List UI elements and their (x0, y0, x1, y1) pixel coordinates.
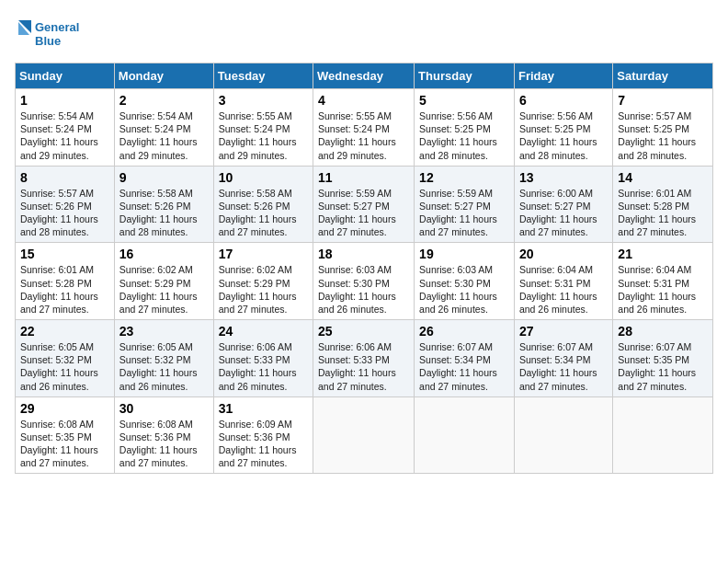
day-cell: 23Sunrise: 6:05 AM Sunset: 5:32 PM Dayli… (114, 320, 213, 397)
day-number: 28 (618, 324, 708, 339)
day-info: Sunrise: 5:56 AM Sunset: 5:25 PM Dayligh… (419, 109, 509, 162)
day-cell: 25Sunrise: 6:06 AM Sunset: 5:33 PM Dayli… (313, 320, 415, 397)
day-info: Sunrise: 6:02 AM Sunset: 5:29 PM Dayligh… (219, 263, 308, 316)
day-number: 9 (119, 170, 209, 185)
day-number: 17 (219, 247, 308, 261)
day-info: Sunrise: 6:07 AM Sunset: 5:34 PM Dayligh… (419, 340, 509, 393)
day-info: Sunrise: 6:01 AM Sunset: 5:28 PM Dayligh… (20, 263, 109, 316)
day-cell: 17Sunrise: 6:02 AM Sunset: 5:29 PM Dayli… (213, 243, 313, 320)
header-row: SundayMondayTuesdayWednesdayThursdayFrid… (16, 63, 713, 89)
day-cell: 8Sunrise: 5:57 AM Sunset: 5:26 PM Daylig… (16, 166, 115, 243)
day-info: Sunrise: 5:58 AM Sunset: 5:26 PM Dayligh… (219, 187, 308, 239)
week-row-2: 8Sunrise: 5:57 AM Sunset: 5:26 PM Daylig… (16, 166, 713, 243)
day-cell: 6Sunrise: 5:56 AM Sunset: 5:25 PM Daylig… (514, 89, 612, 167)
header-cell-sunday: Sunday (16, 63, 115, 89)
day-cell: 26Sunrise: 6:07 AM Sunset: 5:34 PM Dayli… (415, 320, 515, 397)
day-number: 11 (318, 170, 409, 185)
day-info: Sunrise: 6:01 AM Sunset: 5:28 PM Dayligh… (618, 187, 708, 239)
day-info: Sunrise: 6:07 AM Sunset: 5:35 PM Dayligh… (618, 340, 708, 393)
day-number: 26 (419, 324, 509, 339)
day-cell: 21Sunrise: 6:04 AM Sunset: 5:31 PM Dayli… (613, 243, 713, 320)
day-cell: 31Sunrise: 6:09 AM Sunset: 5:36 PM Dayli… (213, 396, 313, 474)
svg-text:Blue: Blue (35, 34, 61, 48)
day-number: 2 (119, 93, 209, 108)
day-info: Sunrise: 6:03 AM Sunset: 5:30 PM Dayligh… (318, 263, 409, 316)
day-number: 29 (20, 401, 109, 416)
week-row-4: 22Sunrise: 6:05 AM Sunset: 5:32 PM Dayli… (16, 320, 713, 397)
day-info: Sunrise: 5:59 AM Sunset: 5:27 PM Dayligh… (419, 187, 509, 239)
day-number: 5 (419, 93, 509, 108)
day-info: Sunrise: 6:02 AM Sunset: 5:29 PM Dayligh… (119, 263, 209, 316)
day-cell: 30Sunrise: 6:08 AM Sunset: 5:36 PM Dayli… (114, 396, 213, 474)
day-cell: 3Sunrise: 5:55 AM Sunset: 5:24 PM Daylig… (213, 89, 313, 167)
day-cell: 1Sunrise: 5:54 AM Sunset: 5:24 PM Daylig… (16, 89, 115, 167)
day-info: Sunrise: 6:00 AM Sunset: 5:27 PM Dayligh… (519, 187, 608, 239)
day-info: Sunrise: 5:55 AM Sunset: 5:24 PM Dayligh… (219, 109, 308, 162)
day-info: Sunrise: 5:57 AM Sunset: 5:25 PM Dayligh… (618, 109, 708, 162)
day-cell (313, 396, 415, 474)
day-info: Sunrise: 6:09 AM Sunset: 5:36 PM Dayligh… (219, 418, 308, 470)
day-cell: 12Sunrise: 5:59 AM Sunset: 5:27 PM Dayli… (415, 166, 515, 243)
day-info: Sunrise: 6:04 AM Sunset: 5:31 PM Dayligh… (519, 263, 608, 316)
day-info: Sunrise: 5:54 AM Sunset: 5:24 PM Dayligh… (119, 109, 209, 162)
day-number: 12 (419, 170, 509, 185)
day-cell: 20Sunrise: 6:04 AM Sunset: 5:31 PM Dayli… (514, 243, 612, 320)
day-number: 31 (219, 401, 308, 416)
day-cell: 27Sunrise: 6:07 AM Sunset: 5:34 PM Dayli… (514, 320, 612, 397)
week-row-3: 15Sunrise: 6:01 AM Sunset: 5:28 PM Dayli… (16, 243, 713, 320)
day-info: Sunrise: 6:07 AM Sunset: 5:34 PM Dayligh… (519, 340, 608, 393)
day-info: Sunrise: 5:54 AM Sunset: 5:24 PM Dayligh… (20, 109, 109, 162)
day-info: Sunrise: 6:03 AM Sunset: 5:30 PM Dayligh… (419, 263, 509, 316)
day-number: 15 (20, 247, 109, 261)
logo: General Blue (15, 15, 79, 55)
day-cell (415, 396, 515, 474)
day-cell: 18Sunrise: 6:03 AM Sunset: 5:30 PM Dayli… (313, 243, 415, 320)
day-info: Sunrise: 6:06 AM Sunset: 5:33 PM Dayligh… (219, 340, 308, 393)
day-number: 24 (219, 324, 308, 339)
day-number: 30 (119, 401, 209, 416)
day-number: 8 (20, 170, 109, 185)
header-cell-thursday: Thursday (415, 63, 515, 89)
day-cell: 11Sunrise: 5:59 AM Sunset: 5:27 PM Dayli… (313, 166, 415, 243)
day-cell: 5Sunrise: 5:56 AM Sunset: 5:25 PM Daylig… (415, 89, 515, 167)
day-number: 10 (219, 170, 308, 185)
day-number: 6 (519, 93, 608, 108)
day-info: Sunrise: 6:08 AM Sunset: 5:35 PM Dayligh… (20, 418, 109, 470)
header-cell-wednesday: Wednesday (313, 63, 415, 89)
day-cell: 29Sunrise: 6:08 AM Sunset: 5:35 PM Dayli… (16, 396, 115, 474)
header-cell-saturday: Saturday (613, 63, 713, 89)
day-info: Sunrise: 5:58 AM Sunset: 5:26 PM Dayligh… (119, 187, 209, 239)
day-number: 25 (318, 324, 409, 339)
day-cell: 22Sunrise: 6:05 AM Sunset: 5:32 PM Dayli… (16, 320, 115, 397)
day-number: 19 (419, 247, 509, 261)
day-number: 14 (618, 170, 708, 185)
calendar-header: SundayMondayTuesdayWednesdayThursdayFrid… (16, 63, 713, 89)
calendar-body: 1Sunrise: 5:54 AM Sunset: 5:24 PM Daylig… (16, 89, 713, 474)
calendar-table: SundayMondayTuesdayWednesdayThursdayFrid… (15, 63, 713, 474)
day-cell (514, 396, 612, 474)
day-number: 27 (519, 324, 608, 339)
day-number: 18 (318, 247, 409, 261)
day-info: Sunrise: 5:57 AM Sunset: 5:26 PM Dayligh… (20, 187, 109, 239)
day-number: 3 (219, 93, 308, 108)
day-number: 16 (119, 247, 209, 261)
header-cell-friday: Friday (514, 63, 612, 89)
header-cell-monday: Monday (114, 63, 213, 89)
day-number: 22 (20, 324, 109, 339)
week-row-1: 1Sunrise: 5:54 AM Sunset: 5:24 PM Daylig… (16, 89, 713, 167)
day-cell: 14Sunrise: 6:01 AM Sunset: 5:28 PM Dayli… (613, 166, 713, 243)
week-row-5: 29Sunrise: 6:08 AM Sunset: 5:35 PM Dayli… (16, 396, 713, 474)
logo-svg: General Blue (15, 15, 79, 55)
day-number: 13 (519, 170, 608, 185)
day-cell: 4Sunrise: 5:55 AM Sunset: 5:24 PM Daylig… (313, 89, 415, 167)
day-info: Sunrise: 5:56 AM Sunset: 5:25 PM Dayligh… (519, 109, 608, 162)
day-number: 20 (519, 247, 608, 261)
day-info: Sunrise: 6:06 AM Sunset: 5:33 PM Dayligh… (318, 340, 409, 393)
day-cell: 19Sunrise: 6:03 AM Sunset: 5:30 PM Dayli… (415, 243, 515, 320)
day-info: Sunrise: 6:04 AM Sunset: 5:31 PM Dayligh… (618, 263, 708, 316)
day-cell: 10Sunrise: 5:58 AM Sunset: 5:26 PM Dayli… (213, 166, 313, 243)
day-number: 23 (119, 324, 209, 339)
day-info: Sunrise: 6:05 AM Sunset: 5:32 PM Dayligh… (20, 340, 109, 393)
day-cell: 2Sunrise: 5:54 AM Sunset: 5:24 PM Daylig… (114, 89, 213, 167)
day-cell: 9Sunrise: 5:58 AM Sunset: 5:26 PM Daylig… (114, 166, 213, 243)
